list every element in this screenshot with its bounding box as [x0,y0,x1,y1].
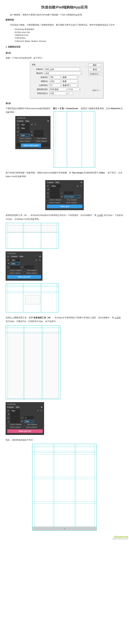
col-gutter-icon: ⫼ [17,134,19,136]
row-height-input[interactable]: Row height [64,195,80,198]
canvas-preview-3 [6,284,59,312]
cancel-button[interactable]: 取消 [88,68,101,71]
chk-col-mid[interactable]: Column midpoint [7,269,22,271]
clear-icon[interactable]: ⊘ [37,410,39,412]
bit-select[interactable]: 8 位 [69,88,80,91]
res-unit-select[interactable]: 像素/英寸 [62,84,78,87]
top-input[interactable]: 10px [11,258,20,262]
para5: 完成以上网格设置之后，使用 矩形选框工具（M） ，在100px水平参考线以下的整… [6,316,123,323]
chk-gut-mid[interactable]: Gutter midpoint [7,426,21,428]
para4b: 上边距 [97,214,103,216]
list-item: - 50 Mini Icons Set [14,31,123,34]
gg-tab-custom[interactable]: Custom [47,181,53,184]
gg-tab-custom[interactable]: Custom [17,120,23,122]
chk-gut-mid[interactable]: Gutter midpoint [17,140,30,142]
p5d: 上边距 [114,316,121,319]
gg-tab-sets[interactable]: Sets [16,406,20,408]
chk-col-mid[interactable]: Column midpoint [7,424,22,426]
make-grid-x3-button[interactable]: Make grid (x3) [7,429,43,433]
chk-row-mid[interactable]: Row midpoint [25,269,37,271]
margin-bottom-icon [7,413,9,415]
bottom-input[interactable]: 10px [11,262,20,265]
row-input[interactable] [25,266,34,268]
clear-icon[interactable]: ⊘ [35,259,37,261]
ok-button[interactable]: 确定 [88,64,101,67]
gg-tab-sets[interactable]: Sets [25,120,29,122]
chk-gut-mid2[interactable]: Gutter midpoint [24,426,37,428]
row-input[interactable]: 3 [25,416,34,419]
top-input[interactable]: 100px [50,184,61,188]
name-label: 名称(N): [32,68,43,71]
width-input[interactable]: 768 [49,76,61,79]
col-input[interactable] [11,416,20,419]
chk-row-mid[interactable]: Row midpoint [64,199,77,201]
p5e: 设为20px，行数设为3，行间距设为20px，如下如所示： [6,320,58,322]
rows-icon: ≡ [21,417,23,419]
chk-gut-mid[interactable]: Gutter midpoint [47,202,60,204]
col-input[interactable] [11,266,20,268]
clear-icon[interactable]: ⊘ [31,124,33,126]
columns-icon: ⫿⫿ [17,131,19,133]
name-input[interactable]: S&S_ipad [45,68,80,71]
chk-gut-mid[interactable]: Gutter midpoint [7,272,21,274]
refresh-icon[interactable]: ↻ [34,124,36,126]
columns-icon: ⫿⫿ [7,417,9,419]
chk-gut-mid2[interactable]: Gutter midpoint [33,140,47,142]
row-gutter-input[interactable] [34,134,43,137]
gg-tab-custom[interactable]: Custom [7,406,14,408]
chk-gut-mid2[interactable]: Gutter midpoint [24,272,37,274]
res-input[interactable]: 72 [49,84,61,87]
clear-icon[interactable]: ⊘ [76,185,79,187]
list-item: - 字体Avenir (Black, Medium, Roman) [14,40,123,43]
figure-canvas-final: ⊕ [6,444,123,531]
mode-label: 颜色模式(M): [34,88,48,91]
save-preset-button[interactable]: 存储预设(S)... [88,72,101,76]
bg-select[interactable]: 白色 [49,92,67,95]
chk-row-mid[interactable]: Row midpoint [34,138,47,140]
gg-tab-custom[interactable]: Custom [11,255,18,258]
col-gut-input[interactable] [11,420,20,423]
margin-bottom-input[interactable]: 20px [20,127,29,130]
col-gutter-input[interactable]: 10px [20,134,29,137]
refresh-icon[interactable]: ↻ [40,410,43,412]
gear-icon[interactable]: ⚙ [39,255,41,258]
top-input[interactable]: 20px [11,409,20,412]
chk-col-mid[interactable]: Column midpoint [47,199,61,201]
margin-bottom-icon [17,127,19,129]
margin-top-input[interactable]: 20px [20,123,29,126]
rows-input[interactable] [34,130,43,133]
bottom-input[interactable] [50,188,59,191]
gg-btn-3[interactable] [46,143,49,146]
row-gut-icon: ≣ [21,420,23,422]
width-unit-select[interactable]: 像素 [62,76,78,79]
chk-row-mid[interactable]: Row midpoint [25,424,37,426]
columns-input[interactable] [20,130,29,133]
refresh-icon[interactable]: ↻ [39,259,41,261]
height-unit-select[interactable]: 像素 [62,80,78,83]
step-1-text: 创建一个768*1024px的文档，如下所示： [6,56,123,60]
gear-icon[interactable]: ⚙ [41,406,43,408]
quick-right-guide-button[interactable]: Quick right guide [21,144,41,147]
para3b: Top margin [72,172,83,174]
gg-btn-2[interactable] [42,143,45,146]
mode-select[interactable]: RGB 颜色 [49,88,67,91]
row-input[interactable] [64,192,73,194]
col-input[interactable] [50,192,59,194]
gg-tab-grid-icon[interactable]: ▦ [7,255,9,258]
gg-btn-1[interactable] [17,143,20,146]
gear-icon[interactable]: ⚙ [47,120,49,122]
preset-select[interactable]: 自定 [45,72,82,75]
height-input[interactable]: 1024 [49,80,61,83]
chk-col-mid[interactable]: Column midpoint [17,138,32,140]
gg-tab-sets[interactable]: Sets [55,181,59,184]
col-gut-input[interactable] [50,195,59,198]
gear-icon[interactable]: ⚙ [80,181,82,184]
refresh-icon[interactable]: ↻ [80,185,82,187]
gg-tab-sets[interactable]: Sets [19,255,23,258]
chk-gut-mid2[interactable]: Gutter midpoint [63,202,77,204]
canvas-preview-2 [6,223,59,248]
bottom-input[interactable] [11,413,20,416]
row-gut-input[interactable]: 20px [25,420,34,423]
make-grid-button[interactable]: Make grid [47,204,83,208]
make-grid-x3-button[interactable]: Make grid (x3) [7,275,41,279]
